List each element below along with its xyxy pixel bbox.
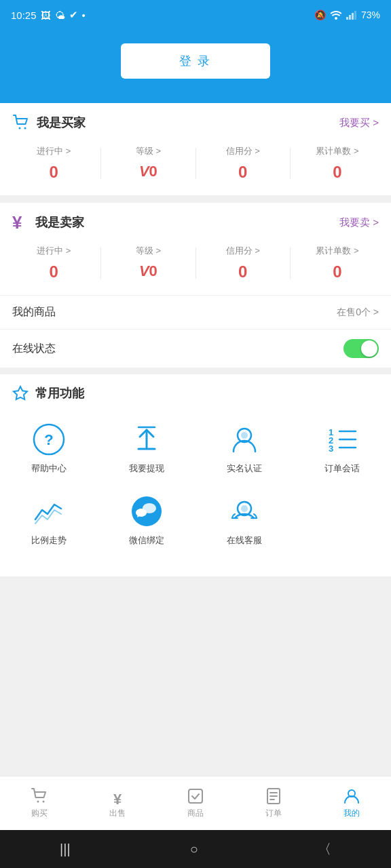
seller-stat-total-label: 累计单数 > [316,245,358,257]
nav-orders-icon [265,787,282,805]
wechat-icon [129,494,164,529]
order-chat-icon: 1 2 3 [324,422,360,457]
nav-buy-icon [31,787,48,805]
function-help-label: 帮助中心 [31,462,67,475]
svg-point-26 [42,801,44,803]
nav-sell[interactable]: ¥ 出售 [78,782,156,825]
buyer-stat-level[interactable]: 等级 > VV00 [101,145,195,182]
svg-point-24 [241,505,248,512]
buyer-stat-credit-value: 0 [238,163,247,182]
nav-orders-label: 订单 [265,808,282,819]
seller-title: ¥ 我是卖家 [12,214,84,231]
my-products-label: 我的商品 [12,305,56,319]
svg-rect-28 [189,789,202,803]
my-products-count: 在售0个 > [337,307,379,319]
seller-link[interactable]: 我要卖 > [339,216,379,229]
function-help-center[interactable]: ? 帮助中心 [0,412,98,484]
status-photos-icon: 🖼 [41,9,51,21]
help-icon: ? [31,422,67,457]
svg-point-5 [19,127,21,130]
seller-stat-ongoing-label: 进行中 > [37,245,71,257]
buyer-stat-ongoing-label: 进行中 > [37,145,71,157]
bottom-nav: 购买 ¥ 出售 商品 订单 [0,776,391,830]
svg-text:?: ? [44,431,53,448]
nav-profile[interactable]: 我的 [313,782,391,825]
withdraw-icon [129,422,164,457]
star-icon [12,385,29,401]
buyer-stat-ongoing[interactable]: 进行中 > 0 [7,145,100,182]
status-bar: 10:25 🖼 🌤 ✔ • 🔕 73% [0,0,391,30]
yuan-icon: ¥ [12,214,29,231]
status-time: 10:25 [11,9,37,21]
status-check-icon: ✔ [69,9,78,21]
function-withdraw[interactable]: 我要提现 [98,412,196,484]
cart-icon [12,114,30,132]
svg-rect-4 [354,11,356,20]
seller-stat-level[interactable]: 等级 > V0 [101,245,195,281]
status-dot: • [82,9,86,21]
customer-service-icon [227,494,262,529]
buyer-stat-level-value: VV00 [139,163,157,180]
android-back-btn[interactable]: 〈 [318,840,331,859]
svg-text:¥: ¥ [113,791,122,805]
nav-orders[interactable]: 订单 [235,782,313,825]
android-home-btn[interactable]: ○ [190,842,198,857]
function-wechat[interactable]: 微信绑定 [98,484,196,556]
svg-text:3: 3 [329,443,333,454]
svg-marker-8 [14,387,27,399]
my-products-row[interactable]: 我的商品 在售0个 > [0,296,391,330]
buyer-header: 我是买家 我要买 > [0,103,391,138]
seller-stat-ongoing[interactable]: 进行中 > 0 [7,245,100,281]
functions-grid: ? 帮助中心 我要提现 [0,406,391,563]
status-mute-icon: 🔕 [314,9,326,20]
svg-text:¥: ¥ [12,214,22,231]
function-order-chat-label: 订单会话 [324,462,360,475]
android-recent-btn[interactable]: ||| [60,842,71,857]
buyer-stat-ongoing-value: 0 [49,163,58,182]
status-wifi-icon [330,10,342,20]
function-identity[interactable]: 实名认证 [196,412,293,484]
function-customer-service[interactable]: 在线客服 [196,484,293,556]
buyer-stat-credit[interactable]: 信用分 > 0 [196,145,290,182]
svg-rect-3 [352,13,354,20]
buyer-stat-credit-label: 信用分 > [226,145,260,157]
seller-stat-level-value: V0 [139,262,157,280]
seller-stats: 进行中 > 0 等级 > V0 信用分 > 0 累计单数 > 0 [0,238,391,296]
buyer-stat-level-label: 等级 > [136,145,161,157]
seller-stat-total-value: 0 [333,262,341,281]
functions-section: 常用功能 ? 帮助中心 [0,374,391,576]
status-battery: 73% [361,9,380,20]
nav-sell-icon: ¥ [109,787,126,805]
content-area: 我是买家 我要买 > 进行中 > 0 等级 > VV00 信用分 > 0 [0,103,391,776]
function-customer-service-label: 在线客服 [227,534,262,547]
online-status-toggle[interactable] [343,339,379,358]
nav-buy[interactable]: 购买 [0,782,78,825]
nav-sell-label: 出售 [109,808,126,819]
function-order-chat[interactable]: 1 2 3 订单会话 [293,412,391,484]
function-withdraw-label: 我要提现 [129,462,164,475]
buyer-link[interactable]: 我要买 > [339,117,379,130]
buyer-stat-total[interactable]: 累计单数 > 0 [291,145,384,182]
seller-stat-ongoing-value: 0 [49,262,58,281]
buyer-stats: 进行中 > 0 等级 > VV00 信用分 > 0 累计单数 > 0 [0,138,391,196]
android-nav: ||| ○ 〈 [0,830,391,868]
function-trend-label: 比例走势 [31,534,67,547]
seller-stat-total[interactable]: 累计单数 > 0 [291,245,384,281]
svg-point-15 [241,432,248,439]
seller-card: ¥ 我是卖家 我要卖 > 进行中 > 0 等级 > V0 信用分 > [0,203,391,368]
header: 登 录 [0,30,391,103]
login-button[interactable]: 登 录 [121,43,270,79]
function-trend[interactable]: 比例走势 [0,484,98,556]
seller-stat-credit[interactable]: 信用分 > 0 [196,245,290,281]
svg-rect-1 [346,17,348,20]
seller-stat-level-label: 等级 > [136,245,161,257]
seller-header: ¥ 我是卖家 我要卖 > [0,203,391,238]
svg-point-25 [37,801,39,803]
function-wechat-label: 微信绑定 [129,534,164,547]
status-cloud-icon: 🌤 [55,9,65,21]
online-status-row: 在线状态 [0,330,391,368]
function-identity-label: 实名认证 [227,462,262,475]
nav-products-label: 商品 [187,808,204,819]
toggle-thumb [361,340,377,357]
nav-products[interactable]: 商品 [156,782,234,825]
